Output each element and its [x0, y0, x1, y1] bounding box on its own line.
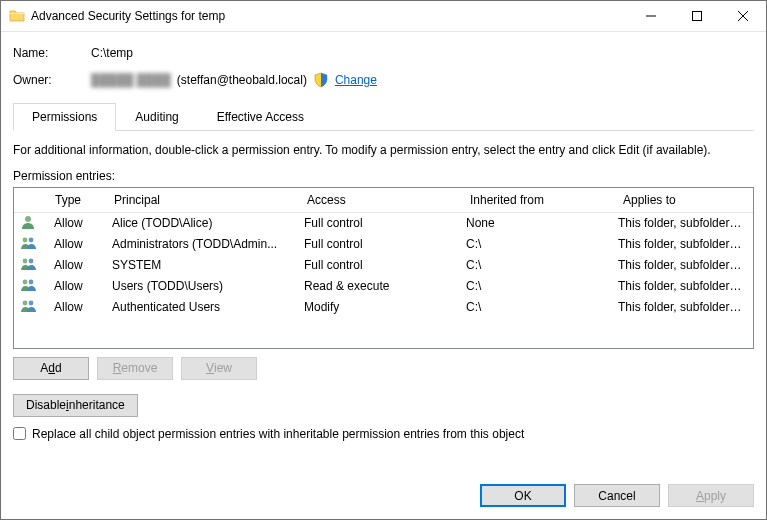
minimize-button[interactable]	[628, 1, 674, 31]
svg-point-6	[23, 279, 28, 284]
info-text: For additional information, double-click…	[13, 143, 754, 159]
cell-applies: This folder, subfolders and files	[612, 300, 753, 314]
svg-point-2	[23, 237, 28, 242]
titlebar: Advanced Security Settings for temp	[1, 1, 766, 32]
maximize-button[interactable]	[674, 1, 720, 31]
cell-applies: This folder, subfolders and files	[612, 279, 753, 293]
cell-access: Full control	[298, 258, 460, 272]
table-row[interactable]: AllowAlice (TODD\Alice)Full controlNoneT…	[14, 213, 753, 234]
col-applies[interactable]: Applies to	[617, 193, 753, 207]
svg-point-4	[23, 258, 28, 263]
cell-principal: Authenticated Users	[106, 300, 298, 314]
cell-inherited: C:\	[460, 237, 612, 251]
content-area: Name: C:\temp Owner: █████ ████ (steffan…	[1, 32, 766, 519]
apply-button: Apply	[668, 484, 754, 507]
table-row[interactable]: AllowAuthenticated UsersModifyC:\This fo…	[14, 297, 753, 318]
tab-auditing[interactable]: Auditing	[116, 103, 197, 131]
ok-button[interactable]: OK	[480, 484, 566, 507]
replace-children-checkbox[interactable]	[13, 427, 26, 440]
table-row[interactable]: AllowAdministrators (TODD\Admin...Full c…	[14, 234, 753, 255]
owner-label: Owner:	[13, 73, 91, 87]
group-icon	[20, 303, 36, 317]
owner-suffix: (steffan@theobald.local)	[177, 73, 307, 87]
permission-grid[interactable]: Type Principal Access Inherited from App…	[13, 187, 754, 349]
change-owner-link[interactable]: Change	[335, 73, 377, 87]
remove-label: emove	[121, 361, 157, 375]
cell-access: Full control	[298, 237, 460, 251]
name-label: Name:	[13, 46, 91, 60]
col-principal[interactable]: Principal	[108, 193, 301, 207]
svg-point-7	[29, 279, 34, 284]
cell-principal: Alice (TODD\Alice)	[106, 216, 298, 230]
cell-applies: This folder, subfolders and files	[612, 237, 753, 251]
table-row[interactable]: AllowUsers (TODD\Users)Read & executeC:\…	[14, 276, 753, 297]
cell-type: Allow	[48, 216, 106, 230]
folder-icon	[9, 8, 25, 24]
cell-applies: This folder, subfolders and files	[612, 216, 753, 230]
group-icon	[20, 240, 36, 254]
principal-icon	[14, 298, 48, 317]
owner-row: Owner: █████ ████ (steffan@theobald.loca…	[13, 72, 754, 88]
cell-applies: This folder, subfolders and files	[612, 258, 753, 272]
tab-effective-access[interactable]: Effective Access	[198, 103, 323, 131]
cell-principal: Administrators (TODD\Admin...	[106, 237, 298, 251]
inheritance-row: Disable inheritance	[13, 394, 754, 417]
cell-inherited: C:\	[460, 300, 612, 314]
cell-access: Read & execute	[298, 279, 460, 293]
close-button[interactable]	[720, 1, 766, 31]
replace-children-row: Replace all child object permission entr…	[13, 427, 754, 441]
svg-point-5	[29, 258, 34, 263]
cell-inherited: C:\	[460, 279, 612, 293]
cell-inherited: None	[460, 216, 612, 230]
replace-children-label[interactable]: Replace all child object permission entr…	[32, 427, 524, 441]
svg-point-8	[23, 300, 28, 305]
svg-rect-0	[693, 12, 702, 21]
name-row: Name: C:\temp	[13, 46, 754, 60]
remove-button: Remove	[97, 357, 173, 380]
cell-type: Allow	[48, 237, 106, 251]
tab-permissions[interactable]: Permissions	[13, 103, 116, 131]
svg-point-3	[29, 237, 34, 242]
cell-access: Full control	[298, 216, 460, 230]
cell-inherited: C:\	[460, 258, 612, 272]
entries-label: Permission entries:	[13, 169, 754, 183]
shield-icon	[313, 72, 329, 88]
entry-buttons: Add Remove View	[13, 357, 754, 380]
principal-icon	[14, 256, 48, 275]
principal-icon	[14, 235, 48, 254]
dialog-footer: OK Cancel Apply	[13, 472, 754, 507]
cancel-button[interactable]: Cancel	[574, 484, 660, 507]
name-value: C:\temp	[91, 46, 133, 60]
disable-inheritance-button[interactable]: Disable inheritance	[13, 394, 138, 417]
cell-type: Allow	[48, 258, 106, 272]
principal-icon	[14, 214, 48, 233]
cell-type: Allow	[48, 300, 106, 314]
col-access[interactable]: Access	[301, 193, 464, 207]
svg-point-1	[25, 216, 31, 222]
owner-redacted: █████ ████	[91, 73, 171, 87]
tab-strip: Permissions Auditing Effective Access	[13, 102, 754, 131]
svg-point-9	[29, 300, 34, 305]
view-label: iew	[214, 361, 232, 375]
cell-type: Allow	[48, 279, 106, 293]
cell-access: Modify	[298, 300, 460, 314]
group-icon	[20, 261, 36, 275]
table-row[interactable]: AllowSYSTEMFull controlC:\This folder, s…	[14, 255, 753, 276]
principal-icon	[14, 277, 48, 296]
col-inherited[interactable]: Inherited from	[464, 193, 617, 207]
view-button: View	[181, 357, 257, 380]
add-button[interactable]: Add	[13, 357, 89, 380]
owner-value: █████ ████ (steffan@theobald.local) Chan…	[91, 72, 377, 88]
group-icon	[20, 282, 36, 296]
cell-principal: Users (TODD\Users)	[106, 279, 298, 293]
col-type[interactable]: Type	[49, 193, 108, 207]
person-icon	[20, 219, 36, 233]
cell-principal: SYSTEM	[106, 258, 298, 272]
grid-header: Type Principal Access Inherited from App…	[14, 188, 753, 213]
window-title: Advanced Security Settings for temp	[31, 9, 628, 23]
advanced-security-window: Advanced Security Settings for temp Name…	[0, 0, 767, 520]
grid-body: AllowAlice (TODD\Alice)Full controlNoneT…	[14, 213, 753, 318]
